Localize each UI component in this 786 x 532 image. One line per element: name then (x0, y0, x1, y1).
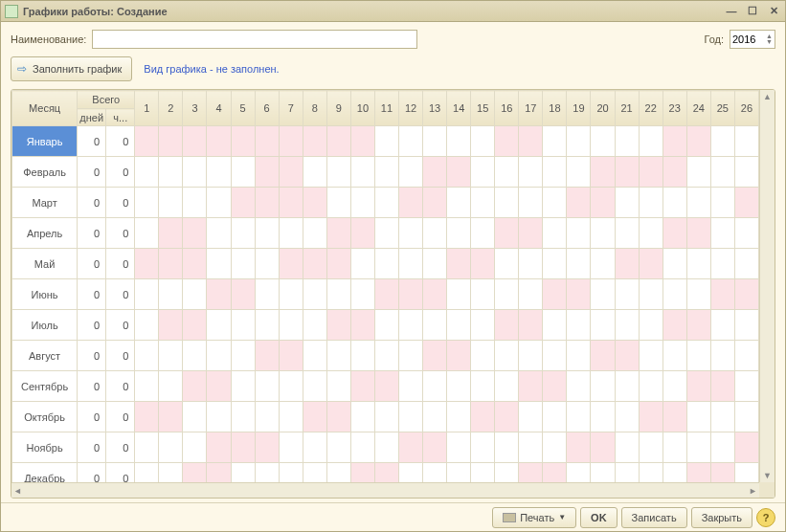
col-day-3[interactable]: 3 (183, 91, 207, 126)
col-day-14[interactable]: 14 (447, 91, 471, 126)
day-cell[interactable] (423, 218, 447, 249)
day-cell[interactable] (350, 463, 374, 483)
day-cell[interactable] (686, 279, 710, 310)
day-cell[interactable] (519, 279, 543, 310)
col-day-25[interactable]: 25 (710, 91, 734, 126)
day-cell[interactable] (471, 310, 495, 341)
day-cell[interactable] (447, 249, 471, 279)
day-cell[interactable] (135, 371, 159, 402)
day-cell[interactable] (398, 371, 422, 402)
day-cell[interactable] (447, 279, 471, 310)
day-cell[interactable] (231, 157, 255, 188)
day-cell[interactable] (207, 341, 231, 371)
day-cell[interactable] (447, 341, 471, 371)
day-cell[interactable] (255, 341, 279, 371)
day-cell[interactable] (374, 249, 398, 279)
day-cell[interactable] (519, 432, 543, 463)
name-input[interactable] (92, 30, 417, 49)
day-cell[interactable] (279, 279, 303, 310)
day-cell[interactable] (686, 188, 710, 218)
day-cell[interactable] (279, 463, 303, 483)
day-cell[interactable] (639, 310, 662, 341)
table-row[interactable]: Сентябрь00 (12, 371, 759, 402)
day-cell[interactable] (423, 249, 447, 279)
day-cell[interactable] (231, 371, 255, 402)
days-cell[interactable]: 0 (78, 157, 106, 188)
col-month[interactable]: Месяц (12, 91, 78, 126)
day-cell[interactable] (471, 157, 495, 188)
col-day-12[interactable]: 12 (398, 91, 422, 126)
hours-cell[interactable]: 0 (106, 310, 135, 341)
day-cell[interactable] (543, 218, 567, 249)
day-cell[interactable] (183, 279, 207, 310)
day-cell[interactable] (303, 126, 326, 157)
days-cell[interactable]: 0 (78, 310, 106, 341)
day-cell[interactable] (255, 279, 279, 310)
year-input[interactable]: 2016 ▲▼ (730, 30, 775, 49)
scroll-left-icon[interactable]: ◄ (11, 484, 24, 498)
day-cell[interactable] (447, 126, 471, 157)
day-cell[interactable] (326, 310, 350, 341)
day-cell[interactable] (398, 463, 422, 483)
day-cell[interactable] (519, 249, 543, 279)
day-cell[interactable] (255, 126, 279, 157)
day-cell[interactable] (159, 310, 183, 341)
day-cell[interactable] (710, 218, 734, 249)
day-cell[interactable] (255, 188, 279, 218)
col-day-19[interactable]: 19 (567, 91, 591, 126)
day-cell[interactable] (734, 249, 758, 279)
day-cell[interactable] (495, 188, 519, 218)
day-cell[interactable] (710, 126, 734, 157)
day-cell[interactable] (255, 371, 279, 402)
day-cell[interactable] (326, 157, 350, 188)
day-cell[interactable] (567, 463, 591, 483)
day-cell[interactable] (135, 432, 159, 463)
col-day-6[interactable]: 6 (255, 91, 279, 126)
day-cell[interactable] (519, 371, 543, 402)
table-row[interactable]: Апрель00 (12, 218, 759, 249)
hours-cell[interactable]: 0 (106, 188, 135, 218)
day-cell[interactable] (495, 218, 519, 249)
day-cell[interactable] (255, 249, 279, 279)
day-cell[interactable] (495, 432, 519, 463)
day-cell[interactable] (447, 218, 471, 249)
day-cell[interactable] (710, 310, 734, 341)
day-cell[interactable] (423, 279, 447, 310)
col-hours[interactable]: ч... (106, 109, 135, 126)
day-cell[interactable] (326, 463, 350, 483)
day-cell[interactable] (159, 126, 183, 157)
day-cell[interactable] (279, 432, 303, 463)
day-cell[interactable] (662, 249, 686, 279)
day-cell[interactable] (231, 341, 255, 371)
col-day-8[interactable]: 8 (303, 91, 326, 126)
day-cell[interactable] (350, 432, 374, 463)
hours-cell[interactable]: 0 (106, 341, 135, 371)
day-cell[interactable] (374, 279, 398, 310)
day-cell[interactable] (303, 279, 326, 310)
table-row[interactable]: Июль00 (12, 310, 759, 341)
vertical-scrollbar[interactable]: ▲ ▼ (759, 90, 775, 482)
day-cell[interactable] (350, 310, 374, 341)
month-cell[interactable]: Октябрь (12, 402, 78, 432)
day-cell[interactable] (471, 463, 495, 483)
day-cell[interactable] (255, 402, 279, 432)
day-cell[interactable] (591, 341, 615, 371)
table-row[interactable]: Январь00 (12, 126, 759, 157)
ok-button[interactable]: OK (580, 507, 618, 528)
day-cell[interactable] (639, 402, 662, 432)
month-cell[interactable]: Июль (12, 310, 78, 341)
hours-cell[interactable]: 0 (106, 157, 135, 188)
month-cell[interactable]: Март (12, 188, 78, 218)
day-cell[interactable] (207, 126, 231, 157)
day-cell[interactable] (447, 310, 471, 341)
day-cell[interactable] (519, 126, 543, 157)
day-cell[interactable] (495, 341, 519, 371)
day-cell[interactable] (159, 341, 183, 371)
scroll-down-icon[interactable]: ▼ (761, 469, 774, 482)
day-cell[interactable] (710, 371, 734, 402)
day-cell[interactable] (567, 126, 591, 157)
day-cell[interactable] (350, 341, 374, 371)
days-cell[interactable]: 0 (78, 279, 106, 310)
day-cell[interactable] (374, 463, 398, 483)
day-cell[interactable] (591, 463, 615, 483)
